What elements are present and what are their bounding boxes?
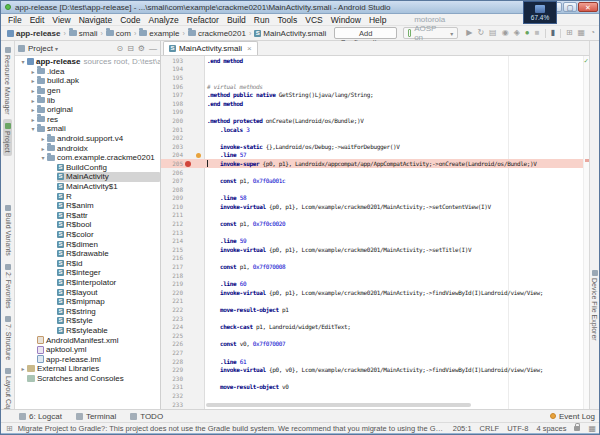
bottom-tab-todo[interactable]: TODO bbox=[130, 412, 163, 421]
code-line-206[interactable]: 206 bbox=[161, 168, 589, 177]
layout-inspector-icon[interactable]: ▦ bbox=[578, 29, 586, 37]
tree-item-r-integer[interactable]: SR$integer bbox=[15, 268, 160, 278]
code-line-223[interactable]: 223 bbox=[161, 314, 589, 323]
tool-window-tab-build-variants[interactable]: Build Variants bbox=[4, 201, 13, 260]
expander-icon[interactable]: ▸ bbox=[29, 87, 37, 94]
tree-item-r-mipmap[interactable]: SR$mipmap bbox=[15, 297, 160, 307]
expander-icon[interactable]: ▸ bbox=[19, 365, 27, 372]
code-line-201[interactable]: 201 .locals 3 bbox=[161, 125, 589, 134]
tree-item-res[interactable]: ▸res bbox=[15, 115, 160, 125]
code-line-231[interactable]: 231 move-result-object v0 bbox=[161, 383, 589, 392]
code-line-226[interactable]: 226 const v0, 0x7f070007 bbox=[161, 340, 589, 349]
code-line-199[interactable]: 199 bbox=[161, 108, 589, 117]
tree-item-androidmanifest-xml[interactable]: AndroidManifest.xml bbox=[15, 335, 160, 345]
apply-changes-icon[interactable]: ↻ bbox=[477, 29, 484, 37]
code-line-212[interactable]: 212 const p1, 0x7f0c0020 bbox=[161, 219, 589, 228]
code-line-211[interactable]: 211 bbox=[161, 211, 589, 220]
tree-item-lib[interactable]: ▸lib bbox=[15, 95, 160, 105]
expander-icon[interactable]: ▾ bbox=[29, 125, 37, 132]
sync-icon[interactable]: ⊞ bbox=[566, 29, 573, 37]
tree-item-r-style[interactable]: SR$style bbox=[15, 316, 160, 326]
code-line-203[interactable]: 203 invoke-static {},Landroid/os/Debug;-… bbox=[161, 142, 589, 151]
menu-tools[interactable]: Tools bbox=[273, 15, 301, 25]
code-line-198[interactable]: 198.end method bbox=[161, 99, 589, 108]
menu-build[interactable]: Build bbox=[223, 15, 250, 25]
horizontal-scrollbar[interactable] bbox=[206, 403, 471, 407]
status-message[interactable]: Migrate Project to Gradle?: This project… bbox=[18, 424, 445, 433]
breadcrumb-example[interactable]: example bbox=[137, 29, 181, 38]
tree-item-androidx[interactable]: ▸androidx bbox=[15, 143, 160, 153]
expander-icon[interactable]: ▸ bbox=[29, 77, 37, 84]
menu-vcs[interactable]: VCS bbox=[301, 15, 326, 25]
code-line-200[interactable]: 200.method protected onCreate(Landroid/o… bbox=[161, 116, 589, 125]
menu-help[interactable]: Help bbox=[365, 15, 390, 25]
tree-item-original[interactable]: ▸original bbox=[15, 105, 160, 115]
event-log-button[interactable]: Event Log bbox=[550, 412, 595, 421]
indent-style[interactable]: 4 spaces bbox=[536, 424, 566, 433]
expander-icon[interactable]: ▸ bbox=[39, 145, 47, 152]
code-line-221[interactable]: 221 bbox=[161, 297, 589, 306]
run-on-device-icon[interactable]: ▤ bbox=[489, 29, 497, 37]
debug-icon[interactable]: ◉ bbox=[502, 29, 509, 37]
code-line-205[interactable]: 205 invoke-super {p0, p1}, Landroidx/app… bbox=[161, 159, 589, 168]
tree-item-android-support-v4[interactable]: ▸android.support.v4 bbox=[15, 134, 160, 144]
code-line-197[interactable]: 197.method public native GetString()Ljav… bbox=[161, 90, 589, 99]
code-line-214[interactable]: 214 .line 59 bbox=[161, 236, 589, 245]
tree-item-r-attr[interactable]: SR$attr bbox=[15, 211, 160, 221]
close-tab-icon[interactable]: × bbox=[247, 44, 252, 53]
tree-item-app-release[interactable]: ▾app-releasesources root, D:\test\app-re… bbox=[15, 57, 160, 67]
code-line-220[interactable]: 220 invoke-virtual {p0, p1}, Lcom/exampl… bbox=[161, 288, 589, 297]
breadcrumb-mainactivity.smali[interactable]: SMainActivity.smali bbox=[252, 29, 328, 38]
profile-icon[interactable]: ◈ bbox=[514, 29, 520, 37]
code-line-217[interactable]: 217 const p1, 0x7f070008 bbox=[161, 262, 589, 271]
tree-item-r-id[interactable]: SR$id bbox=[15, 258, 160, 268]
run-icon[interactable]: ▶ bbox=[466, 29, 472, 37]
tree-item-app-release-iml[interactable]: app-release.iml bbox=[15, 354, 160, 364]
menu-file[interactable]: File bbox=[4, 15, 26, 25]
code-line-210[interactable]: 210 invoke-virtual {p0, p1}, Lcom/exampl… bbox=[161, 202, 589, 211]
bottom-tab-6-logcat[interactable]: 6: Logcat bbox=[19, 412, 62, 421]
menu-code[interactable]: Code bbox=[116, 15, 144, 25]
code-line-224[interactable]: 224 check-cast p1, Landroid/widget/EditT… bbox=[161, 322, 589, 331]
tree-item-r-interpolator[interactable]: SR$interpolator bbox=[15, 278, 160, 288]
collapse-all-icon[interactable]: ⊟ bbox=[127, 44, 134, 53]
tree-item-external-libraries[interactable]: ▸External Libraries bbox=[15, 364, 160, 374]
expander-icon[interactable]: ▸ bbox=[29, 106, 37, 113]
maximize-button[interactable]: ▢ bbox=[563, 2, 577, 12]
hide-icon[interactable]: — bbox=[149, 44, 157, 53]
breadcrumb-com[interactable]: com bbox=[104, 29, 133, 38]
code-line-216[interactable]: 216 bbox=[161, 254, 589, 263]
lock-icon[interactable] bbox=[574, 426, 580, 431]
expander-icon[interactable]: ▾ bbox=[19, 58, 27, 65]
code-line-209[interactable]: 209 .line 58 bbox=[161, 194, 589, 203]
file-encoding[interactable]: UTF-8 bbox=[507, 424, 528, 433]
code-line-230[interactable]: 230 bbox=[161, 374, 589, 383]
tree-item-r-bool[interactable]: SR$bool bbox=[15, 220, 160, 230]
close-button[interactable]: ✕ bbox=[578, 2, 598, 12]
menu-edit[interactable]: Edit bbox=[26, 15, 49, 25]
code-line-193[interactable]: 193.end method bbox=[161, 56, 589, 65]
coverage-icon[interactable]: ● bbox=[525, 29, 530, 37]
code-line-218[interactable]: 218 bbox=[161, 271, 589, 280]
tree-item-r-color[interactable]: SR$color bbox=[15, 230, 160, 240]
tool-window-tab-resource-manager[interactable]: Resource Manager bbox=[3, 43, 12, 119]
breadcrumb-crackme0201[interactable]: crackme0201 bbox=[186, 29, 248, 38]
expander-icon[interactable]: ▸ bbox=[29, 97, 37, 104]
expander-icon[interactable]: ▾ bbox=[39, 154, 47, 161]
breakpoint-icon[interactable] bbox=[185, 161, 191, 167]
tree-item-mainactivity-1[interactable]: SMainActivity$1 bbox=[15, 182, 160, 192]
menu-navigate[interactable]: Navigate bbox=[75, 15, 117, 25]
bottom-tab-terminal[interactable]: Terminal bbox=[76, 412, 116, 421]
code-line-222[interactable]: 222 move-result-object p1 bbox=[161, 305, 589, 314]
project-panel-title[interactable]: Project bbox=[28, 44, 53, 53]
tree-item-com-example-crackme0201[interactable]: ▾com.example.crackme0201 bbox=[15, 153, 160, 163]
tree-item-scratches-and-consoles[interactable]: Scratches and Consoles bbox=[15, 374, 160, 384]
tree-item--idea[interactable]: ▸.idea bbox=[15, 67, 160, 77]
code-line-227[interactable]: 227 bbox=[161, 348, 589, 357]
code-line-232[interactable]: 232 bbox=[161, 391, 589, 400]
code-line-208[interactable]: 208 bbox=[161, 185, 589, 194]
tree-item-buildconfig[interactable]: SBuildConfig bbox=[15, 163, 160, 173]
tree-item-r-anim[interactable]: SR$anim bbox=[15, 201, 160, 211]
tree-item-r-styleable[interactable]: SR$styleable bbox=[15, 326, 160, 336]
tree-item-apktool-yml[interactable]: apktool.yml bbox=[15, 345, 160, 355]
